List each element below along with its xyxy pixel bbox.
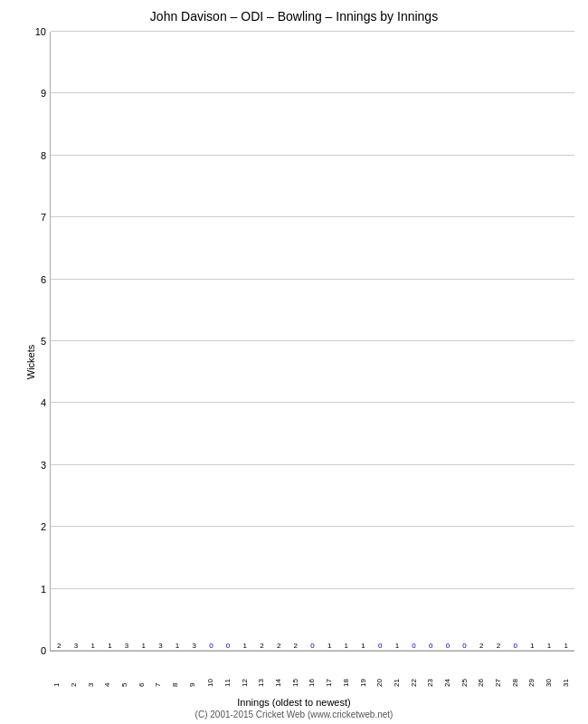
y-tick-label: 3 bbox=[41, 460, 46, 471]
x-tick-label: 5 bbox=[120, 683, 128, 687]
x-tick-label: 3 bbox=[87, 683, 95, 687]
chart-container: John Davison – ODI – Bowling – Innings b… bbox=[0, 0, 588, 724]
bar-value-label: 0 bbox=[226, 642, 230, 650]
bar-value-label: 0 bbox=[429, 642, 432, 650]
bar-value-label: 3 bbox=[193, 642, 196, 650]
bar-value-label: 0 bbox=[513, 642, 517, 650]
bar-value-label: 0 bbox=[209, 642, 213, 650]
x-tick-label: 12 bbox=[241, 679, 249, 687]
x-tick-label: 2 bbox=[70, 683, 78, 687]
bar-value-label: 1 bbox=[345, 642, 348, 650]
bar-value-label: 3 bbox=[74, 642, 78, 650]
chart-area: 0123456789102132131435163718390100111122… bbox=[50, 32, 574, 652]
grid-line bbox=[51, 279, 574, 280]
chart-title: John Davison – ODI – Bowling – Innings b… bbox=[0, 0, 588, 28]
x-tick-label: 19 bbox=[359, 679, 367, 687]
y-tick-label: 5 bbox=[41, 336, 46, 347]
x-tick-label: 7 bbox=[155, 683, 163, 687]
x-tick-label: 30 bbox=[545, 679, 553, 687]
x-tick-label: 10 bbox=[207, 679, 215, 687]
x-tick-label: 28 bbox=[511, 679, 519, 687]
y-tick-label: 0 bbox=[41, 645, 46, 656]
bar-value-label: 3 bbox=[158, 642, 162, 650]
grid-line bbox=[51, 650, 574, 651]
x-tick-label: 11 bbox=[224, 679, 232, 687]
x-axis-title: Innings (oldest to newest) bbox=[0, 697, 588, 708]
y-tick-label: 6 bbox=[41, 274, 46, 285]
bar-value-label: 1 bbox=[530, 642, 534, 650]
bar-value-label: 2 bbox=[277, 642, 280, 650]
x-tick-label: 31 bbox=[562, 679, 570, 687]
bar-value-label: 1 bbox=[141, 642, 145, 650]
x-tick-label: 25 bbox=[460, 679, 469, 687]
x-tick-label: 24 bbox=[443, 679, 451, 687]
y-tick-label: 4 bbox=[41, 397, 46, 408]
bar-value-label: 1 bbox=[361, 642, 365, 650]
bar-value-label: 1 bbox=[90, 642, 94, 650]
x-tick-label: 22 bbox=[410, 679, 418, 687]
grid-line bbox=[51, 464, 574, 465]
bar-value-label: 0 bbox=[310, 642, 314, 650]
bar-value-label: 2 bbox=[294, 642, 298, 650]
bar-value-label: 1 bbox=[175, 642, 179, 650]
grid-line bbox=[51, 526, 574, 527]
footer: (C) 2001-2015 Cricket Web (www.cricketwe… bbox=[0, 710, 588, 719]
x-tick-label: 13 bbox=[258, 679, 266, 687]
bar-value-label: 2 bbox=[479, 642, 483, 650]
bar-value-label: 2 bbox=[260, 642, 263, 650]
grid-line bbox=[51, 155, 574, 156]
x-tick-label: 15 bbox=[291, 679, 299, 687]
x-tick-label: 18 bbox=[342, 679, 350, 687]
bar-value-label: 1 bbox=[243, 642, 247, 650]
grid-line bbox=[51, 92, 574, 93]
y-tick-label: 10 bbox=[35, 26, 46, 37]
x-tick-label: 6 bbox=[138, 683, 146, 687]
bar-value-label: 1 bbox=[327, 642, 331, 650]
x-tick-label: 26 bbox=[478, 679, 486, 687]
bar-value-label: 1 bbox=[108, 642, 111, 650]
x-tick-label: 9 bbox=[188, 683, 196, 687]
y-tick-label: 9 bbox=[41, 88, 46, 99]
bar-value-label: 0 bbox=[378, 642, 382, 650]
x-tick-label: 8 bbox=[171, 683, 179, 687]
bar-value-label: 1 bbox=[564, 642, 567, 650]
grid-line bbox=[51, 402, 574, 403]
y-tick-label: 8 bbox=[41, 150, 46, 161]
y-tick-label: 2 bbox=[41, 521, 46, 532]
bar-value-label: 0 bbox=[446, 642, 450, 650]
grid-line bbox=[51, 340, 574, 341]
x-tick-label: 23 bbox=[427, 679, 435, 687]
bar-value-label: 2 bbox=[57, 642, 61, 650]
bar-value-label: 1 bbox=[547, 642, 551, 650]
bar-value-label: 0 bbox=[412, 642, 415, 650]
y-tick-label: 7 bbox=[41, 212, 46, 223]
grid-line bbox=[51, 216, 574, 217]
x-tick-label: 20 bbox=[376, 679, 384, 687]
x-tick-label: 29 bbox=[528, 679, 536, 687]
bar-value-label: 0 bbox=[462, 642, 466, 650]
bar-value-label: 2 bbox=[497, 642, 500, 650]
y-tick-label: 1 bbox=[41, 584, 46, 595]
bar-value-label: 1 bbox=[395, 642, 399, 650]
grid-line bbox=[51, 31, 574, 32]
x-tick-label: 27 bbox=[494, 679, 502, 687]
x-tick-label: 1 bbox=[53, 683, 62, 687]
x-tick-label: 21 bbox=[393, 679, 401, 687]
grid-line bbox=[51, 588, 574, 589]
x-tick-label: 4 bbox=[104, 683, 112, 687]
x-tick-label: 16 bbox=[308, 679, 317, 687]
x-tick-label: 17 bbox=[326, 679, 334, 687]
bar-value-label: 3 bbox=[125, 642, 128, 650]
x-tick-label: 14 bbox=[275, 679, 283, 687]
y-axis-title: Wickets bbox=[25, 345, 36, 380]
